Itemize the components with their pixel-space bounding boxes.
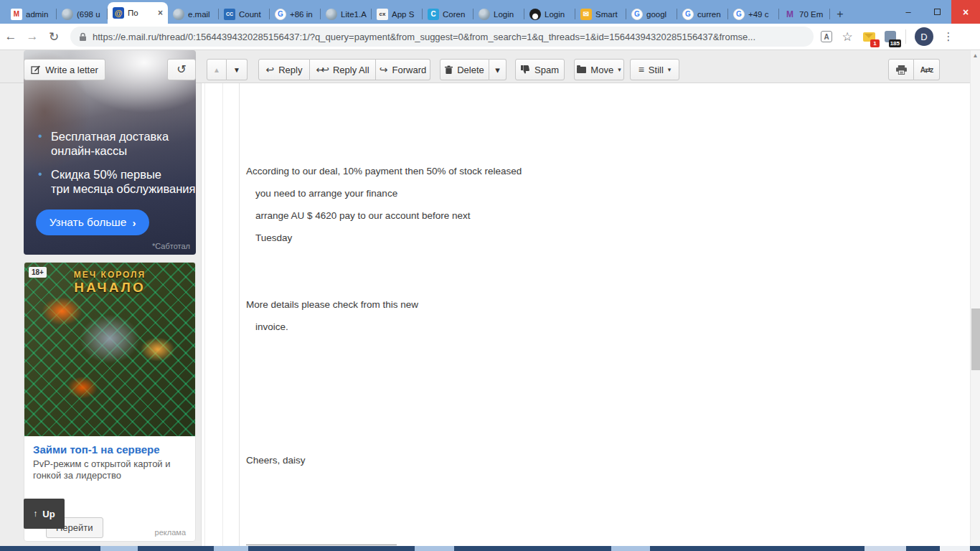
minimize-button[interactable]: –	[894, 0, 923, 24]
page-scrollbar[interactable]: ▲	[970, 50, 980, 551]
delete-dropdown-button[interactable]: ▾	[489, 59, 507, 80]
back-button[interactable]: ←	[0, 29, 22, 44]
delete-button[interactable]: Delete	[440, 59, 489, 80]
cc-favicon-icon	[224, 9, 235, 20]
sidebar-ad-kassa[interactable]: Бесплатная доставкаонлайн-кассы Скидка 5…	[24, 50, 196, 255]
tab-strip: admin (698 u По× e.mail Count +86 in Lit…	[6, 0, 850, 24]
more-actions-button[interactable]: ≡ Still ▾	[630, 59, 679, 80]
tab-86[interactable]: +86 in	[270, 4, 321, 24]
extension-counter-icon[interactable]: 185	[884, 30, 897, 43]
globe-favicon-icon	[173, 9, 184, 20]
ad-disclaimer: *Сабтотал	[152, 242, 190, 250]
extension-badge: 185	[889, 39, 901, 47]
spam-button[interactable]: Spam	[515, 59, 565, 80]
close-window-button[interactable]: ×	[951, 0, 980, 24]
restore-icon	[934, 9, 941, 15]
mail-favicon-icon	[580, 9, 592, 20]
profile-avatar[interactable]: D	[915, 27, 933, 46]
message-panel	[201, 83, 970, 546]
tab-count[interactable]: Count	[219, 4, 270, 24]
scrollbar-up-icon[interactable]: ▲	[971, 50, 980, 61]
taskbar-segment	[611, 546, 650, 551]
restore-button[interactable]	[923, 0, 951, 24]
tab-curren[interactable]: curren	[677, 4, 728, 24]
print-button[interactable]	[888, 59, 914, 80]
penguin-favicon-icon	[529, 9, 541, 20]
tab-login-2[interactable]: Login	[524, 4, 575, 24]
write-letter-button[interactable]: Write a letter	[24, 59, 105, 80]
c-favicon-icon	[428, 9, 439, 20]
up-label: Up	[42, 509, 55, 519]
scroll-up-button[interactable]: ↑ Up	[24, 499, 65, 529]
tab-gmail-admin[interactable]: admin	[6, 4, 57, 24]
google-favicon-icon	[631, 9, 643, 20]
tab-mailru-active[interactable]: По×	[108, 2, 168, 24]
translate-icon[interactable]: A	[821, 31, 832, 42]
padlock-icon	[79, 32, 87, 42]
new-tab-button[interactable]: +	[830, 4, 850, 24]
up-arrow-icon: ↑	[33, 509, 37, 519]
tab-label: (698 u	[77, 10, 103, 19]
sort-button-group: ▲ ▼	[207, 59, 248, 80]
address-bar[interactable]: https://e.mail.ru/thread/0:1564439432028…	[70, 27, 814, 47]
tab-emailru[interactable]: e.mail	[168, 4, 219, 24]
scrollbar-thumb[interactable]	[971, 309, 980, 370]
tab-apps[interactable]: App S	[372, 4, 423, 24]
bookmark-star-icon[interactable]: ☆	[841, 30, 854, 43]
forward-button-mail[interactable]: ↪Forward	[376, 59, 430, 80]
tab-label: По	[128, 9, 154, 17]
move-button[interactable]: Move ▾	[574, 59, 624, 80]
tab-smart[interactable]: Smart	[575, 4, 626, 24]
ad-learn-more-button[interactable]: Узнать больше›	[36, 209, 149, 235]
ad-title-link[interactable]: Займи топ-1 на сервере	[33, 443, 160, 456]
page-url: https://e.mail.ru/thread/0:1564439432028…	[93, 32, 755, 42]
ad-bullet: Скидка 50% первыетри месяца обслуживания	[35, 167, 195, 196]
tab-login-1[interactable]: Login	[473, 4, 524, 24]
translate-message-button[interactable]: А⇄z	[914, 59, 940, 80]
reply-button[interactable]: ↩Reply	[258, 59, 310, 80]
sort-down-button[interactable]: ▼	[227, 59, 248, 80]
tab-label: 70 Em	[799, 10, 825, 19]
tab-close-icon[interactable]: ×	[158, 8, 163, 18]
browser-navbar: ← → ↻ https://e.mail.ru/thread/0:1564439…	[0, 24, 980, 50]
taskbar-segment	[864, 546, 906, 551]
extension-mail-icon[interactable]: 1	[862, 30, 875, 43]
tab-label: Coren	[443, 10, 468, 19]
mailru-favicon-icon	[113, 7, 124, 19]
undo-button[interactable]: ↺	[167, 59, 196, 80]
google-favicon-icon	[733, 9, 745, 20]
taskbar-segment	[940, 546, 970, 551]
forward-button[interactable]: →	[22, 29, 43, 44]
browser-menu-icon[interactable]: ⋮	[942, 30, 955, 43]
browser-titlebar: admin (698 u По× e.mail Count +86 in Lit…	[0, 0, 980, 24]
ad-bullet: Бесплатная доставкаонлайн-кассы	[35, 129, 195, 158]
tab-lite1[interactable]: Lite1.A	[321, 4, 372, 24]
hamburger-icon: ≡	[639, 65, 644, 75]
tab-698[interactable]: (698 u	[57, 4, 108, 24]
taskbar-edge	[0, 546, 980, 551]
game-logo: МЕЧ КОРОЛЯ НАЧАЛО	[24, 270, 195, 296]
tab-49[interactable]: +49 c	[728, 4, 779, 24]
compose-icon	[31, 65, 41, 75]
tab-label: Count	[239, 10, 265, 19]
chevron-right-icon: ›	[132, 217, 136, 229]
tab-coren[interactable]: Coren	[423, 4, 473, 24]
game-ad-image[interactable]: 18+ МЕЧ КОРОЛЯ НАЧАЛО	[24, 263, 195, 436]
email-body-line: More details please check from this new	[246, 299, 418, 310]
taskbar-segment	[100, 546, 138, 551]
refresh-button[interactable]: ↻	[43, 29, 65, 44]
tab-googl[interactable]: googl	[626, 4, 677, 24]
thread-card-edge	[222, 83, 223, 546]
tab-70em[interactable]: 70 Em	[779, 4, 830, 24]
window-controls: – ×	[894, 0, 980, 24]
email-body-line: Cheers, daisy	[246, 455, 306, 466]
reply-all-button[interactable]: ↩↩Reply All	[310, 59, 376, 80]
printer-icon	[896, 65, 907, 75]
signature-divider	[246, 545, 397, 545]
tab-label: Login	[545, 10, 570, 19]
sort-up-button[interactable]: ▲	[207, 59, 227, 80]
ad-bullet-list: Бесплатная доставкаонлайн-кассы Скидка 5…	[35, 129, 195, 205]
reply-icon: ↩	[266, 65, 275, 75]
tab-label: Login	[494, 10, 519, 19]
thumbs-down-icon	[521, 65, 530, 74]
